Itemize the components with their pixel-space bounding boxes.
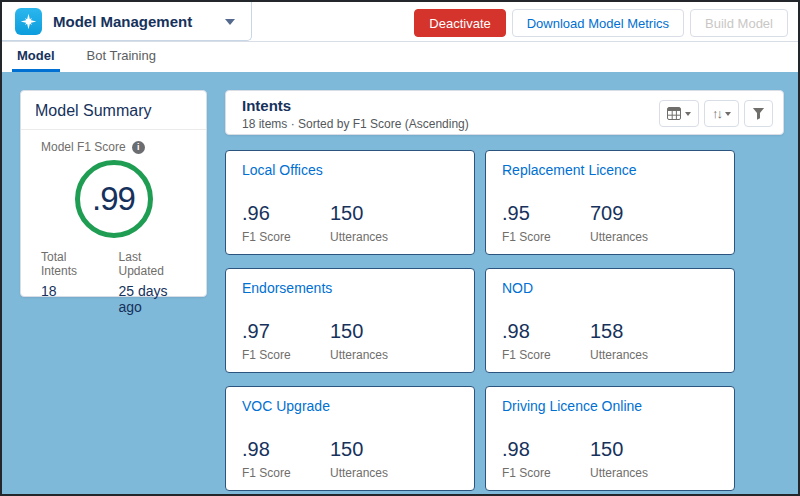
f1-score-label: F1 Score xyxy=(502,348,590,362)
deactivate-button[interactable]: Deactivate xyxy=(414,9,505,37)
intents-subtitle: 18 items · Sorted by F1 Score (Ascending… xyxy=(242,117,469,131)
last-updated-stat: Last Updated 25 days ago xyxy=(119,250,184,315)
model-f1-score-row: Model F1 Score i xyxy=(41,140,206,154)
intent-stats: .95 F1 Score 709 Utterances xyxy=(502,202,718,244)
f1-score-value: .98 xyxy=(502,320,590,343)
f1-score-label: F1 Score xyxy=(242,466,330,480)
model-summary-title: Model Summary xyxy=(21,91,206,130)
f1-stat: .97 F1 Score xyxy=(242,320,330,362)
f1-score-value: .98 xyxy=(242,438,330,461)
f1-stat: .96 F1 Score xyxy=(242,202,330,244)
utterances-stat: 150 Utterances xyxy=(330,202,418,244)
f1-score-ring: .99 xyxy=(75,160,153,238)
intent-card: Endorsements .97 F1 Score 150 Utterances xyxy=(225,268,475,373)
summary-footer: Total Intents 18 Last Updated 25 days ag… xyxy=(41,250,206,315)
sort-arrows-icon: ↑↓ xyxy=(712,106,721,121)
f1-stat: .95 F1 Score xyxy=(502,202,590,244)
total-intents-label: Total Intents xyxy=(41,250,97,278)
display-as-button[interactable] xyxy=(659,100,699,127)
f1-stat: .98 F1 Score xyxy=(502,320,590,362)
tab-bot-training[interactable]: Bot Training xyxy=(82,42,161,72)
model-f1-score-label: Model F1 Score xyxy=(41,140,126,154)
intent-stats: .98 F1 Score 158 Utterances xyxy=(502,320,718,362)
chevron-down-icon xyxy=(225,19,235,25)
info-icon[interactable]: i xyxy=(132,141,145,154)
intent-card: Replacement Licence .95 F1 Score 709 Utt… xyxy=(485,150,735,255)
f1-score-label: F1 Score xyxy=(242,348,330,362)
last-updated-value: 25 days ago xyxy=(119,283,184,315)
utterances-label: Utterances xyxy=(330,466,418,480)
tab-bar: Model Bot Training xyxy=(2,42,798,72)
build-model-button[interactable]: Build Model xyxy=(690,9,788,37)
intent-name-link[interactable]: VOC Upgrade xyxy=(242,398,458,414)
intent-stats: .96 F1 Score 150 Utterances xyxy=(242,202,458,244)
intent-stats: .98 F1 Score 150 Utterances xyxy=(502,438,718,480)
f1-score-value: .95 xyxy=(502,202,590,225)
chevron-down-icon xyxy=(725,112,731,116)
header-actions: Deactivate Download Model Metrics Build … xyxy=(414,9,788,37)
utterances-stat: 158 Utterances xyxy=(590,320,678,362)
f1-stat: .98 F1 Score xyxy=(502,438,590,480)
intents-title: Intents xyxy=(242,97,469,114)
intents-toolbar: ↑↓ xyxy=(659,100,773,127)
filter-funnel-icon xyxy=(752,107,765,120)
einstein-sparkle-icon xyxy=(15,8,42,35)
f1-score-value: .97 xyxy=(242,320,330,343)
utterances-value: 709 xyxy=(590,202,678,225)
last-updated-label: Last Updated xyxy=(119,250,184,278)
page-title: Model Management xyxy=(53,13,192,30)
intent-card: VOC Upgrade .98 F1 Score 150 Utterances xyxy=(225,386,475,491)
global-header: Model Management Deactivate Download Mod… xyxy=(2,2,798,42)
utterances-value: 150 xyxy=(590,438,678,461)
utterances-value: 150 xyxy=(330,202,418,225)
chevron-down-icon xyxy=(685,112,691,116)
f1-score-value: .98 xyxy=(502,438,590,461)
intent-name-link[interactable]: Endorsements xyxy=(242,280,458,296)
intent-stats: .98 F1 Score 150 Utterances xyxy=(242,438,458,480)
f1-score-label: F1 Score xyxy=(502,466,590,480)
model-management-window: Model Management Deactivate Download Mod… xyxy=(0,0,800,496)
utterances-label: Utterances xyxy=(590,348,678,362)
utterances-value: 158 xyxy=(590,320,678,343)
intent-name-link[interactable]: NOD xyxy=(502,280,718,296)
utterances-label: Utterances xyxy=(330,230,418,244)
model-summary-card: Model Summary Model F1 Score i .99 Total… xyxy=(20,90,207,297)
intents-card-grid: Local Offices .96 F1 Score 150 Utterance… xyxy=(225,150,735,491)
total-intents-value: 18 xyxy=(41,283,97,299)
utterances-label: Utterances xyxy=(590,466,678,480)
total-intents-stat: Total Intents 18 xyxy=(41,250,97,315)
utterances-stat: 709 Utterances xyxy=(590,202,678,244)
filter-button[interactable] xyxy=(744,100,773,127)
utterances-value: 150 xyxy=(330,320,418,343)
download-model-metrics-button[interactable]: Download Model Metrics xyxy=(512,9,684,37)
intent-stats: .97 F1 Score 150 Utterances xyxy=(242,320,458,362)
f1-stat: .98 F1 Score xyxy=(242,438,330,480)
intents-panel-header: Intents 18 items · Sorted by F1 Score (A… xyxy=(225,90,784,135)
app-context-selector[interactable]: Model Management xyxy=(2,2,252,41)
sort-button[interactable]: ↑↓ xyxy=(704,100,739,127)
f1-score-label: F1 Score xyxy=(242,230,330,244)
intent-name-link[interactable]: Driving Licence Online xyxy=(502,398,718,414)
f1-score-label: F1 Score xyxy=(502,230,590,244)
utterances-stat: 150 Utterances xyxy=(330,438,418,480)
utterances-value: 150 xyxy=(330,438,418,461)
utterances-stat: 150 Utterances xyxy=(330,320,418,362)
utterances-stat: 150 Utterances xyxy=(590,438,678,480)
f1-score-value: .96 xyxy=(242,202,330,225)
intent-card: NOD .98 F1 Score 158 Utterances xyxy=(485,268,735,373)
utterances-label: Utterances xyxy=(330,348,418,362)
main-content: Model Summary Model F1 Score i .99 Total… xyxy=(2,72,798,494)
intent-card: Local Offices .96 F1 Score 150 Utterance… xyxy=(225,150,475,255)
table-settings-icon xyxy=(667,107,681,120)
f1-score-value: .99 xyxy=(92,180,135,218)
intents-heading: Intents 18 items · Sorted by F1 Score (A… xyxy=(242,97,469,131)
intent-name-link[interactable]: Replacement Licence xyxy=(502,162,718,178)
sparkle-glyph xyxy=(20,13,37,30)
tab-model[interactable]: Model xyxy=(12,42,60,72)
intent-card: Driving Licence Online .98 F1 Score 150 … xyxy=(485,386,735,491)
utterances-label: Utterances xyxy=(590,230,678,244)
intent-name-link[interactable]: Local Offices xyxy=(242,162,458,178)
